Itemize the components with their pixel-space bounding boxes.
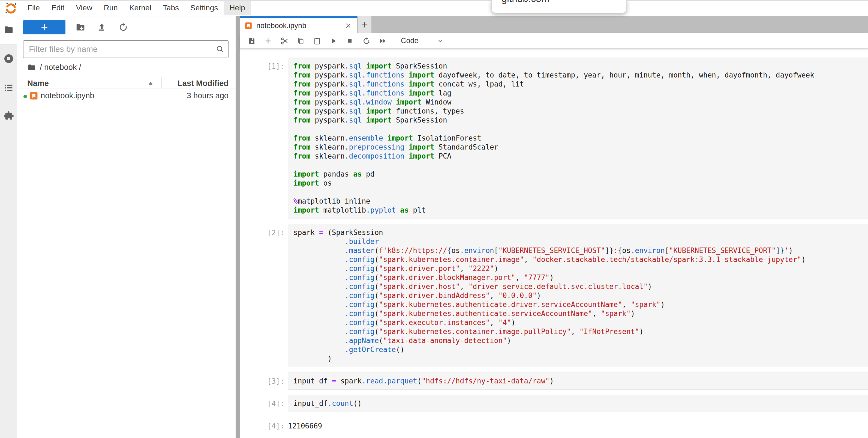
tab-label: notebook.ipynb <box>256 22 344 30</box>
code-line: input_df.count() <box>293 399 868 408</box>
menu-item-view[interactable]: View <box>70 1 98 15</box>
code-line <box>293 161 868 170</box>
code-line: from pyspark.sql import functions, types <box>293 107 868 116</box>
running-kernels-icon[interactable] <box>3 53 14 64</box>
menu-item-tabs[interactable]: Tabs <box>157 1 185 15</box>
input-prompt: [3]: <box>261 373 288 390</box>
jupyterlab-app: File Edit View Run Kernel Tabs Settings … <box>0 0 868 438</box>
search-icon <box>215 45 225 54</box>
tab-notebook[interactable]: notebook.ipynb <box>240 17 357 33</box>
file-browser-toolbar <box>23 20 129 34</box>
file-filter <box>23 40 228 58</box>
menu-item-help[interactable]: Help <box>224 1 251 15</box>
notebook-cell: [3]:input_df = spark.read.parquet("hdfs:… <box>261 373 868 390</box>
chevron-down-icon[interactable] <box>435 35 446 47</box>
code-line: .config("spark.driver.blockManager.port"… <box>293 273 868 282</box>
menu-bar: File Edit View Run Kernel Tabs Settings … <box>0 0 868 17</box>
code-line: import pandas as pd <box>293 170 868 179</box>
plus-icon <box>40 23 49 32</box>
cell-editor[interactable]: spark = (SparkSession .builder .master(f… <box>288 224 868 367</box>
input-prompt: [1]: <box>261 58 288 219</box>
cell-editor[interactable]: from pyspark.sql import SparkSessionfrom… <box>288 58 868 219</box>
restart-run-all-button[interactable] <box>376 35 389 47</box>
file-row[interactable]: notebook.ipynb 3 hours ago <box>17 89 236 103</box>
code-line: from pyspark.sql import SparkSession <box>293 62 868 71</box>
menu-item-file[interactable]: File <box>22 1 45 15</box>
code-line: .config("spark.kubernetes.container.imag… <box>293 255 868 264</box>
code-line: .config("spark.executor.instances", "4") <box>293 318 868 327</box>
breadcrumb[interactable]: / notebook / <box>27 63 81 72</box>
cell-editor[interactable]: input_df.count() <box>288 395 868 412</box>
code-line: import os <box>293 179 868 188</box>
code-line: from pyspark.sql.window import Window <box>293 98 868 107</box>
code-line: .config("spark.kubernetes.authenticate.d… <box>293 300 868 309</box>
menu-item-edit[interactable]: Edit <box>45 1 70 15</box>
popup-domain-text: github.com <box>501 0 550 4</box>
code-line: 12106669 <box>288 421 868 431</box>
menu-item-kernel[interactable]: Kernel <box>124 1 157 15</box>
code-line: .config("spark.kubernetes.authenticate.s… <box>293 309 868 318</box>
code-line: .config("spark.driver.port", "2222") <box>293 264 868 273</box>
upload-button[interactable] <box>95 21 108 34</box>
code-line: from pyspark.sql.functions import lag <box>293 89 868 98</box>
save-button[interactable] <box>245 35 258 47</box>
cell-output-row: [4]:12106669 <box>261 417 868 431</box>
sort-ascending-icon <box>148 81 154 85</box>
code-line <box>293 125 868 134</box>
code-line: .master(f'k8s://https://{os.environ["KUB… <box>293 246 868 255</box>
code-line: import matplotlib.pyplot as plt <box>293 206 868 215</box>
copy-cells-button[interactable] <box>294 35 307 47</box>
notebook-cell: [1]:from pyspark.sql import SparkSession… <box>261 58 868 219</box>
restart-kernel-button[interactable] <box>360 35 373 47</box>
notebook-file-icon <box>29 91 38 100</box>
code-line: from pyspark.sql import SparkSession <box>293 116 868 125</box>
browser-popup: github.com <box>491 0 627 13</box>
new-folder-button[interactable] <box>74 21 87 34</box>
kernel-running-dot <box>24 95 27 98</box>
column-header-name[interactable]: Name <box>27 79 49 88</box>
file-browser-panel: / notebook / Name Last Modified notebook… <box>17 17 236 438</box>
insert-cell-button[interactable] <box>262 35 274 47</box>
notebook-cell: [4]:input_df.count() <box>261 395 868 412</box>
code-line: from pyspark.sql.functions import dayofw… <box>293 71 868 80</box>
column-header-modified[interactable]: Last Modified <box>178 79 228 88</box>
table-of-contents-icon[interactable] <box>3 82 14 93</box>
paste-cells-button[interactable] <box>311 35 323 47</box>
file-name: notebook.ipynb <box>41 91 94 100</box>
code-line: from sklearn.ensemble import IsolationFo… <box>293 134 868 143</box>
cut-cells-button[interactable] <box>278 35 291 47</box>
notebook-cell: [2]:spark = (SparkSession .builder .mast… <box>261 224 868 367</box>
code-line: spark = (SparkSession <box>293 228 868 237</box>
column-divider <box>161 77 162 88</box>
code-line: input_df = spark.read.parquet("hdfs://hd… <box>293 377 868 386</box>
workspace: / notebook / Name Last Modified notebook… <box>0 17 868 438</box>
new-launcher-button[interactable] <box>23 20 65 34</box>
main-area: notebook.ipynb <box>240 17 868 438</box>
file-list-header: Name Last Modified <box>17 77 236 88</box>
panel-splitter[interactable] <box>236 17 240 438</box>
cell-editor[interactable]: input_df = spark.read.parquet("hdfs://hd… <box>288 373 868 390</box>
top-divider-line <box>0 0 868 1</box>
code-line: .builder <box>293 237 868 246</box>
extension-manager-puzzle-icon[interactable] <box>3 111 14 121</box>
interrupt-kernel-button[interactable] <box>344 35 356 47</box>
new-tab-button[interactable] <box>358 17 371 33</box>
cell-type-select[interactable]: Code <box>401 36 418 45</box>
menu-item-settings[interactable]: Settings <box>185 1 224 15</box>
menu-item-run[interactable]: Run <box>98 1 124 15</box>
tab-close-icon[interactable] <box>344 21 353 30</box>
file-browser-folder-icon[interactable] <box>3 24 14 35</box>
stackable-logo-icon <box>4 1 18 15</box>
filter-files-input[interactable] <box>23 40 228 58</box>
code-line: .config("spark.driver.bindAddress", "0.0… <box>293 291 868 300</box>
code-line <box>293 188 868 197</box>
input-prompt: [4]: <box>261 395 288 412</box>
code-line: .appName("taxi-data-anomaly-detection") <box>293 336 868 345</box>
activity-bar <box>0 17 17 438</box>
code-line: from sklearn.preprocessing import Standa… <box>293 143 868 152</box>
code-line: .getOrCreate() <box>293 345 868 354</box>
refresh-button[interactable] <box>117 21 129 34</box>
run-cell-button[interactable] <box>327 35 340 47</box>
file-modified-time: 3 hours ago <box>187 91 228 100</box>
home-folder-icon <box>27 63 36 72</box>
